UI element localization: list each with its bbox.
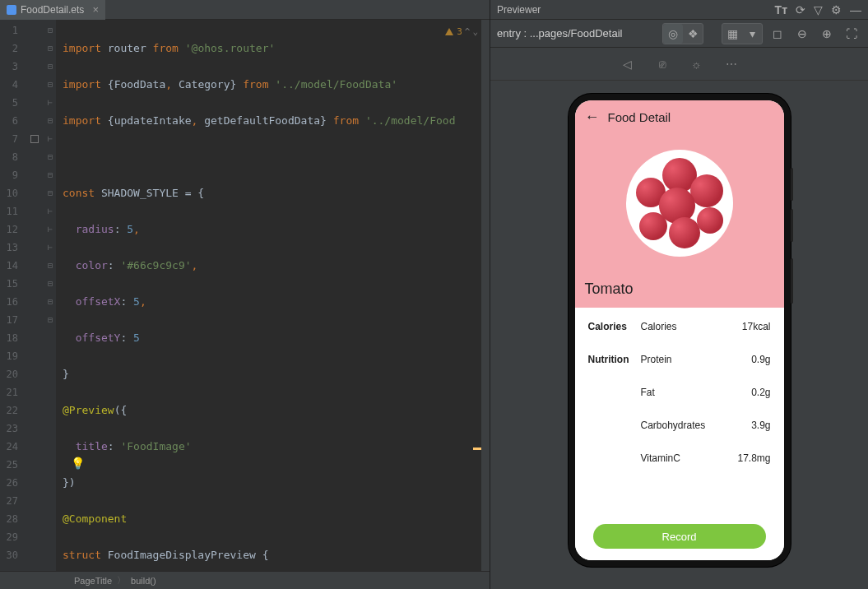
record-button[interactable]: Record [593, 524, 766, 549]
food-header: ← Food Detail [575, 100, 784, 308]
back-nav-icon[interactable]: ◁ [618, 54, 638, 74]
crop-icon[interactable]: ◻ [768, 24, 787, 44]
line-number-gutter: 1234567891011121314151617181920212223242… [0, 20, 25, 571]
rotate-device-icon[interactable]: ⎚ [652, 54, 672, 74]
text-tool-icon[interactable]: Tт [775, 3, 787, 16]
highlight-icon[interactable]: ▽ [814, 3, 823, 16]
device-power [791, 258, 793, 304]
tab-filename: FoodDetail.ets [21, 4, 84, 16]
fullscreen-icon[interactable]: ⛶ [842, 24, 861, 44]
previewer-pane: Previewer Tт ⟳ ▽ ⚙ — entry : ...pages/Fo… [490, 0, 868, 589]
nutrition-row: Carbohydrates 3.9g [588, 420, 771, 431]
intention-bulb-icon[interactable]: 💡 [71, 454, 85, 472]
nutrition-row: VitaminC 17.8mg [588, 452, 771, 464]
breadcrumb[interactable]: PageTitle 〉 build() [0, 571, 490, 589]
nutrition-panel: Calories Calories 17kcal Nutrition Prote… [575, 308, 784, 560]
editor-scrollbar[interactable] [481, 20, 490, 571]
breakpoint-marker[interactable] [30, 135, 39, 143]
inspect-icon[interactable]: ◎ [663, 24, 683, 44]
inspect-toggle-group: ◎ ❖ [662, 23, 703, 44]
page-title: Food Detail [608, 110, 671, 124]
more-icon[interactable]: ⋯ [722, 54, 741, 74]
file-tab[interactable]: FoodDetail.ets × [0, 0, 105, 20]
nutrition-row: Nutrition Protein 0.9g [588, 354, 771, 365]
food-image [626, 150, 733, 257]
marker-gutter [25, 20, 44, 571]
close-tab-icon[interactable]: × [92, 3, 99, 16]
breadcrumb-item[interactable]: build() [131, 576, 156, 586]
preview-path: entry : ...pages/FoodDetail [497, 27, 657, 39]
back-arrow-icon[interactable]: ← [585, 109, 600, 126]
previewer-header: Previewer Tт ⟳ ▽ ⚙ — [490, 0, 868, 20]
settings-icon[interactable]: ⚙ [831, 3, 842, 16]
refresh-icon[interactable]: ⟳ [796, 3, 805, 16]
zoom-out-icon[interactable]: ⊖ [792, 24, 812, 44]
tab-bar: FoodDetail.ets × [0, 0, 490, 20]
device-volume-down [791, 209, 793, 242]
device-canvas: ← Food Detail [490, 81, 868, 589]
grid-view-icon[interactable]: ▦ [722, 24, 742, 44]
layers-icon[interactable]: ❖ [683, 24, 703, 44]
nutrition-row: Calories Calories 17kcal [588, 321, 771, 332]
nutrition-row: Fat 0.2g [588, 387, 771, 398]
minimize-icon[interactable]: — [850, 3, 861, 16]
previewer-title: Previewer [497, 4, 541, 16]
breadcrumb-item[interactable]: PageTitle [74, 576, 112, 586]
dropdown-icon[interactable]: ▾ [742, 24, 762, 44]
preview-device-toolbar: ◁ ⎚ ☼ ⋯ [490, 48, 868, 81]
food-name: Tomato [585, 281, 774, 301]
device-frame: ← Food Detail [569, 94, 791, 567]
preview-path-bar: entry : ...pages/FoodDetail ◎ ❖ ▦ ▾ ◻ ⊖ … [490, 20, 868, 48]
code-area[interactable]: 1234567891011121314151617181920212223242… [0, 20, 490, 571]
view-toggle-group: ▦ ▾ [722, 23, 763, 44]
editor-pane: FoodDetail.ets × 12345678910111213141516… [0, 0, 490, 589]
warning-indicator[interactable]: 3 ^ ⌄ [444, 23, 478, 41]
theme-toggle-icon[interactable]: ☼ [687, 54, 707, 74]
chevron-right-icon: 〉 [117, 574, 126, 587]
device-volume-up [791, 168, 793, 201]
fold-gutter: ⊟⊟⊟⊟⊢⊟⊢⊟⊟⊟⊢⊢⊢⊟⊟⊟⊟ [44, 20, 56, 571]
zoom-in-icon[interactable]: ⊕ [817, 24, 837, 44]
device-screen: ← Food Detail [575, 100, 784, 560]
ets-file-icon [7, 5, 16, 15]
code-content[interactable]: import router from '@ohos.router' import… [56, 20, 490, 571]
